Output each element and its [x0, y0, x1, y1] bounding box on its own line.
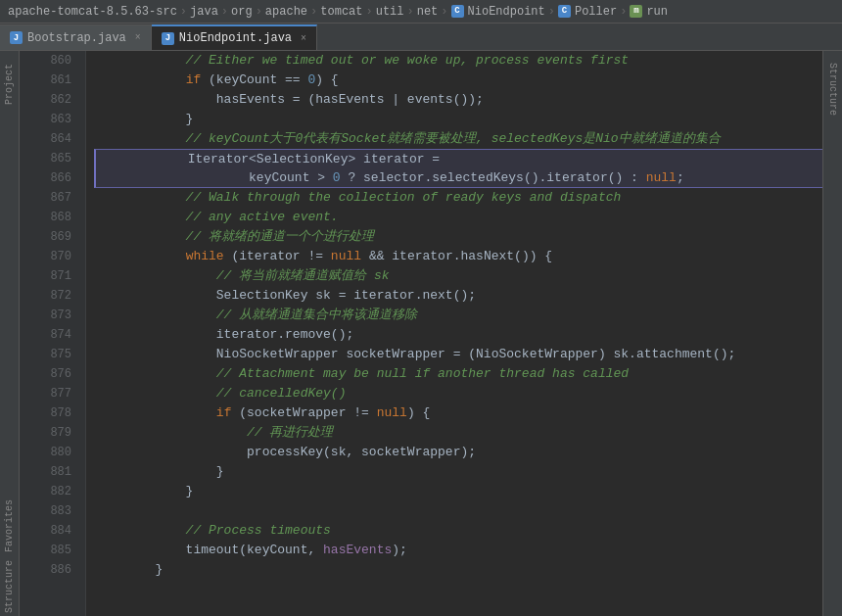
code-line-870: while (iterator != null && iterator.hasN…: [94, 247, 822, 266]
code-line-880: processKey(sk, socketWrapper);: [94, 443, 822, 462]
sidebar-favorites-label: Favorites: [4, 499, 15, 552]
gutter-871: [20, 266, 39, 286]
sidebar-structure-label: Structure: [4, 560, 15, 613]
code-line-883: [94, 501, 822, 521]
ln-875: 875: [39, 345, 77, 364]
ln-871: 871: [39, 266, 77, 286]
right-sidebar-label[interactable]: Structure: [827, 55, 838, 123]
code-area: 860 861 862 863 864 865 866 867 868 869 …: [20, 51, 822, 616]
gutter-874: [20, 325, 39, 345]
code-line-879: // 再进行处理: [94, 423, 822, 443]
tab-bootstrap[interactable]: J Bootstrap.java ×: [0, 24, 152, 50]
bc-apache: apache: [265, 5, 307, 19]
ln-872: 872: [39, 286, 77, 306]
bc-poller: Poller: [575, 5, 617, 19]
ln-884: 884: [39, 521, 77, 541]
gutter-865: [20, 149, 39, 168]
gutter-area: [20, 51, 39, 616]
bc-nioendpoint: NioEndpoint: [468, 5, 545, 19]
code-line-862: hasEvents = (hasEvents | events());: [94, 90, 822, 110]
tab-close-bootstrap[interactable]: ×: [135, 32, 141, 43]
bc-run: run: [646, 5, 668, 19]
tab-java-icon: J: [10, 31, 23, 44]
gutter-860: [20, 51, 39, 71]
code-line-868: // any active event.: [94, 208, 822, 227]
bc-net: net: [417, 5, 439, 19]
right-sidebar: Structure: [822, 51, 842, 616]
code-line-873: // 从就绪通道集合中将该通道移除: [94, 306, 822, 325]
gutter-882: [20, 482, 39, 501]
gutter-878: [20, 403, 39, 423]
ln-878: 878: [39, 403, 77, 423]
ln-873: 873: [39, 306, 77, 325]
bc-util: util: [376, 5, 404, 19]
code-line-876: // Attachment may be null if another thr…: [94, 364, 822, 384]
code-line-863: }: [94, 110, 822, 129]
ln-865: 865: [39, 149, 77, 168]
gutter-884: [20, 521, 39, 541]
ln-880: 880: [39, 443, 77, 462]
code-line-871: // 将当前就绪通道赋值给 sk: [94, 266, 822, 286]
left-sidebar: Project Favorites Structure: [0, 51, 20, 616]
ln-874: 874: [39, 325, 77, 345]
gutter-861: [20, 71, 39, 90]
code-line-874: iterator.remove();: [94, 325, 822, 345]
tab-close-nioendpoint[interactable]: ×: [301, 33, 306, 44]
gutter-876: [20, 364, 39, 384]
ln-862: 862: [39, 90, 77, 110]
bc-org: org: [231, 5, 253, 19]
code-line-875: NioSocketWrapper socketWrapper = (NioSoc…: [94, 345, 822, 364]
tab-bar: J Bootstrap.java × J NioEndpoint.java ×: [0, 24, 842, 51]
method-icon-run: m: [630, 5, 642, 18]
gutter-868: [20, 208, 39, 227]
code-line-878: if (socketWrapper != null) {: [94, 403, 822, 423]
code-line-885: timeout(keyCount, hasEvents);: [94, 541, 822, 560]
bc-project: apache-tomcat-8.5.63-src: [8, 5, 177, 19]
code-content[interactable]: // Either we timed out or we woke up, pr…: [86, 51, 822, 616]
gutter-879: [20, 423, 39, 443]
code-line-861: if (keyCount == 0) {: [94, 71, 822, 90]
gutter-862: [20, 90, 39, 110]
ln-876: 876: [39, 364, 77, 384]
tab-bootstrap-label: Bootstrap.java: [27, 31, 126, 45]
bc-java: java: [190, 5, 218, 19]
code-line-886: }: [94, 560, 822, 580]
ln-861: 861: [39, 71, 77, 90]
ln-860: 860: [39, 51, 77, 71]
ln-877: 877: [39, 384, 77, 403]
main-layout: Project Favorites Structure: [0, 51, 842, 616]
gutter-873: [20, 306, 39, 325]
code-line-882: }: [94, 482, 822, 501]
code-line-877: // cancelledKey(): [94, 384, 822, 403]
ln-886: 886: [39, 560, 77, 580]
tab-nioendpoint[interactable]: J NioEndpoint.java ×: [152, 24, 317, 50]
code-line-866: keyCount > 0 ? selector.selectedKeys().i…: [94, 168, 822, 188]
ln-882: 882: [39, 482, 77, 501]
code-line-872: SelectionKey sk = iterator.next();: [94, 286, 822, 306]
bc-tomcat: tomcat: [320, 5, 362, 19]
ln-867: 867: [39, 188, 77, 208]
ln-870: 870: [39, 247, 77, 266]
tab-nioendpoint-label: NioEndpoint.java: [179, 31, 292, 45]
code-line-865: Iterator<SelectionKey> iterator =: [94, 149, 822, 168]
ln-866: 866: [39, 168, 77, 188]
gutter-883: [20, 501, 39, 521]
gutter-867: [20, 188, 39, 208]
gutter-864: [20, 129, 39, 149]
code-line-860: // Either we timed out or we woke up, pr…: [94, 51, 822, 71]
gutter-880: [20, 443, 39, 462]
gutter-872: [20, 286, 39, 306]
ln-885: 885: [39, 541, 77, 560]
code-line-869: // 将就绪的通道一个个进行处理: [94, 227, 822, 247]
gutter-869: [20, 227, 39, 247]
gutter-877: [20, 384, 39, 403]
ln-869: 869: [39, 227, 77, 247]
sidebar-structure[interactable]: Structure: [2, 557, 18, 616]
sidebar-project[interactable]: Project: [2, 55, 18, 114]
gutter-870: [20, 247, 39, 266]
class-icon-nioendpoint: C: [451, 5, 464, 18]
gutter-885: [20, 541, 39, 560]
gutter-881: [20, 462, 39, 482]
sidebar-favorites[interactable]: Favorites: [2, 497, 18, 555]
breadcrumb-bar: apache-tomcat-8.5.63-src › java › org › …: [0, 0, 842, 24]
